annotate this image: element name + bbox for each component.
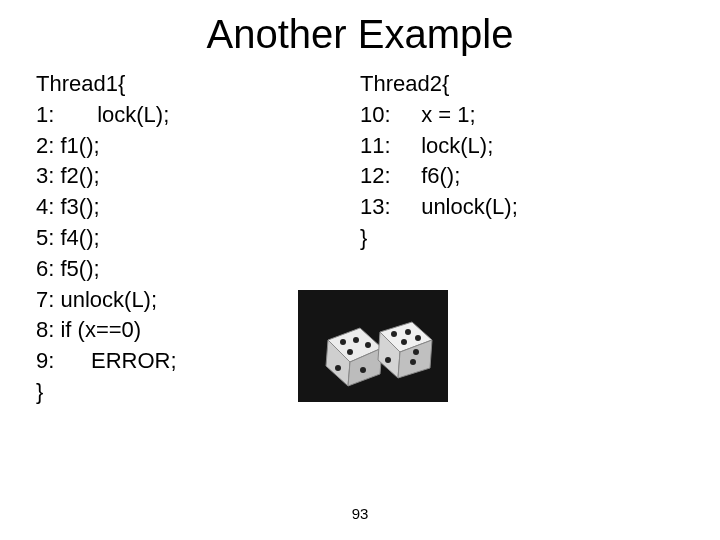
svg-point-6 xyxy=(365,342,371,348)
thread1-header: Thread1{ xyxy=(36,69,360,100)
svg-point-7 xyxy=(347,349,353,355)
thread2-header: Thread2{ xyxy=(360,69,684,100)
thread2-line-12: 12: f6(); xyxy=(360,161,684,192)
slide-title: Another Example xyxy=(36,12,684,57)
svg-point-4 xyxy=(340,339,346,345)
thread1-line-1: 1: lock(L); xyxy=(36,100,360,131)
thread1-line-5: 5: f4(); xyxy=(36,223,360,254)
thread1-line-4: 4: f3(); xyxy=(36,192,360,223)
svg-point-19 xyxy=(413,349,419,355)
svg-point-14 xyxy=(405,329,411,335)
svg-point-13 xyxy=(391,331,397,337)
thread1-line-6: 6: f5(); xyxy=(36,254,360,285)
dice-image xyxy=(298,290,448,402)
thread1-line-2: 2: f1(); xyxy=(36,131,360,162)
thread2-close: } xyxy=(360,223,684,254)
thread2-line-10: 10: x = 1; xyxy=(360,100,684,131)
svg-point-9 xyxy=(360,367,366,373)
svg-point-17 xyxy=(385,357,391,363)
thread2-line-13: 13: unlock(L); xyxy=(360,192,684,223)
svg-point-15 xyxy=(415,335,421,341)
svg-point-18 xyxy=(410,359,416,365)
svg-point-5 xyxy=(353,337,359,343)
svg-point-8 xyxy=(335,365,341,371)
slide: Another Example Thread1{ 1: lock(L); 2: … xyxy=(0,0,720,540)
svg-point-16 xyxy=(401,339,407,345)
page-number: 93 xyxy=(0,505,720,522)
thread2-line-11: 11: lock(L); xyxy=(360,131,684,162)
thread1-line-3: 3: f2(); xyxy=(36,161,360,192)
